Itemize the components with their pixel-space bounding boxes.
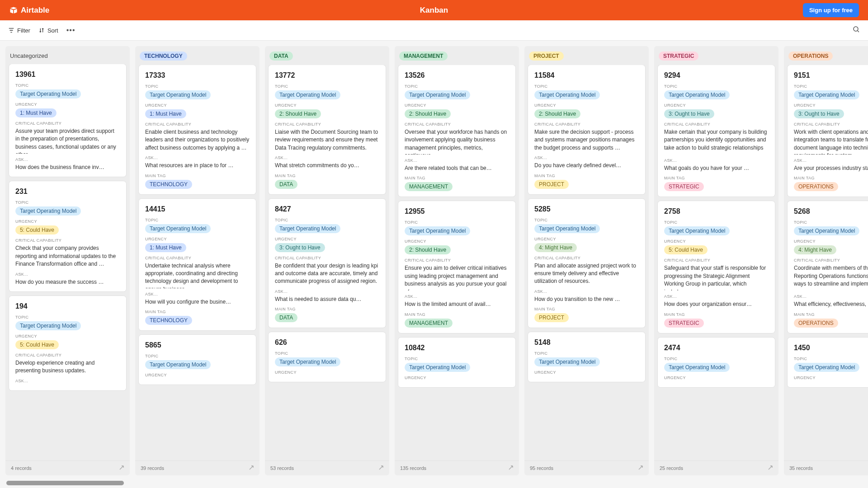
field-label-urgency: URGENCY bbox=[664, 375, 769, 380]
field-label-topic: TOPIC bbox=[405, 84, 509, 89]
topic-pill: Target Operating Model bbox=[275, 357, 340, 366]
sort-button[interactable]: Sort bbox=[38, 27, 58, 34]
critical-text: Be confident that your design is leading… bbox=[275, 262, 379, 286]
field-label-critical: CRITICAL CAPABILITY bbox=[664, 122, 769, 127]
search-button[interactable] bbox=[853, 26, 860, 35]
field-label-topic: TOPIC bbox=[275, 218, 379, 222]
topic-pill: Target Operating Model bbox=[15, 321, 81, 330]
expand-icon[interactable] bbox=[378, 465, 384, 471]
record-count: 25 records bbox=[660, 465, 683, 471]
kanban-card[interactable]: 626TOPICTarget Operating ModelURGENCY bbox=[269, 332, 386, 382]
field-label-topic: TOPIC bbox=[275, 351, 379, 356]
card-list: 13526TOPICTarget Operating ModelURGENCY2… bbox=[395, 65, 519, 460]
kanban-card[interactable]: 13526TOPICTarget Operating ModelURGENCY2… bbox=[398, 65, 515, 197]
kanban-card[interactable]: 5268TOPICTarget Operating ModelURGENCY4:… bbox=[788, 201, 868, 333]
urgency-pill: 2: Should Have bbox=[275, 109, 321, 118]
field-label-ask: ASK… bbox=[405, 294, 509, 299]
kanban-card[interactable]: 9151TOPICTarget Operating ModelURGENCY3:… bbox=[788, 65, 868, 197]
field-label-ask: ASK… bbox=[534, 289, 639, 294]
card-id: 13961 bbox=[15, 70, 120, 79]
kanban-card[interactable]: 5148TOPICTarget Operating ModelURGENCY bbox=[528, 332, 645, 382]
topic-pill: Target Operating Model bbox=[534, 357, 600, 366]
column-tag: DATA bbox=[269, 52, 293, 61]
field-label-topic: TOPIC bbox=[664, 220, 769, 225]
urgency-pill: 4: Might Have bbox=[534, 243, 577, 252]
urgency-pill: 5: Could Have bbox=[15, 225, 59, 235]
critical-text: Plan and allocate assigned project work … bbox=[534, 262, 639, 286]
field-label-maintag: MAIN TAG bbox=[534, 174, 639, 178]
field-label-topic: TOPIC bbox=[145, 354, 250, 358]
horizontal-scrollbar[interactable] bbox=[6, 481, 124, 485]
expand-icon[interactable] bbox=[119, 465, 124, 471]
column-header: OPERATIONS bbox=[784, 46, 868, 65]
kanban-card[interactable]: 10842TOPICTarget Operating ModelURGENCY bbox=[398, 338, 515, 387]
card-id: 14415 bbox=[145, 205, 250, 213]
column-footer: 95 records bbox=[524, 460, 649, 475]
field-label-urgency: URGENCY bbox=[405, 239, 509, 244]
urgency-pill: 2: Should Have bbox=[405, 109, 451, 118]
field-label-critical: CRITICAL CAPABILITY bbox=[794, 122, 868, 127]
ask-text: Do you have clearly defined devel… bbox=[534, 162, 639, 169]
kanban-card[interactable]: 194TOPICTarget Operating ModelURGENCY5: … bbox=[9, 296, 126, 390]
main-tag-pill: OPERATIONS bbox=[794, 182, 838, 191]
expand-icon[interactable] bbox=[508, 465, 514, 471]
record-count: 35 records bbox=[789, 465, 813, 471]
kanban-card[interactable]: 12955TOPICTarget Operating ModelURGENCY2… bbox=[398, 201, 515, 333]
urgency-pill: 2: Should Have bbox=[534, 109, 580, 118]
column-header: STRATEGIC bbox=[654, 46, 778, 65]
card-id: 17333 bbox=[145, 71, 250, 80]
field-label-critical: CRITICAL CAPABILITY bbox=[275, 256, 379, 260]
expand-icon[interactable] bbox=[249, 465, 254, 471]
kanban-card[interactable]: 13772TOPICTarget Operating ModelURGENCY2… bbox=[269, 65, 386, 194]
ask-text: How do you measure the success … bbox=[15, 278, 120, 286]
more-menu-button[interactable]: ••• bbox=[66, 26, 75, 34]
expand-icon[interactable] bbox=[768, 465, 773, 471]
kanban-card[interactable]: 13961TOPICTarget Operating ModelURGENCY1… bbox=[9, 64, 126, 177]
kanban-card[interactable]: 2474TOPICTarget Operating ModelURGENCY bbox=[658, 338, 775, 387]
column-header: TECHNOLOGY bbox=[135, 46, 259, 65]
column-footer: 135 records bbox=[395, 460, 519, 475]
topic-pill: Target Operating Model bbox=[145, 224, 211, 233]
ask-text: How will you configure the busine… bbox=[145, 298, 250, 306]
kanban-card[interactable]: 9294TOPICTarget Operating ModelURGENCY3:… bbox=[658, 65, 775, 197]
column-footer: 39 records bbox=[135, 460, 259, 475]
column-header: MANAGEMENT bbox=[395, 46, 519, 65]
field-label-topic: TOPIC bbox=[534, 218, 639, 222]
field-label-urgency: URGENCY bbox=[534, 103, 639, 108]
urgency-pill: 1: Must Have bbox=[145, 243, 186, 252]
kanban-card[interactable]: 2758TOPICTarget Operating ModelURGENCY5:… bbox=[658, 201, 775, 333]
logo: Airtable bbox=[9, 6, 49, 15]
field-label-maintag: MAIN TAG bbox=[534, 307, 639, 311]
ask-text: What stretch commitments do yo… bbox=[275, 162, 379, 169]
field-label-maintag: MAIN TAG bbox=[275, 307, 379, 311]
filter-button[interactable]: Filter bbox=[8, 27, 30, 34]
field-label-topic: TOPIC bbox=[534, 84, 639, 89]
column-footer: 35 records bbox=[784, 460, 868, 475]
kanban-card[interactable]: 17333TOPICTarget Operating ModelURGENCY1… bbox=[139, 65, 256, 194]
column-header: PROJECT bbox=[524, 46, 649, 65]
field-label-critical: CRITICAL CAPABILITY bbox=[534, 256, 639, 260]
kanban-card[interactable]: 5285TOPICTarget Operating ModelURGENCY4:… bbox=[528, 199, 645, 328]
kanban-card[interactable]: 1450TOPICTarget Operating ModelURGENCY bbox=[788, 338, 868, 387]
kanban-card[interactable]: 11584TOPICTarget Operating ModelURGENCY2… bbox=[528, 65, 645, 194]
field-label-topic: TOPIC bbox=[794, 84, 868, 89]
field-label-topic: TOPIC bbox=[534, 351, 639, 356]
expand-icon[interactable] bbox=[638, 465, 643, 471]
kanban-board[interactable]: Uncategorized13961TOPICTarget Operating … bbox=[0, 41, 868, 488]
topic-pill: Target Operating Model bbox=[534, 90, 600, 99]
topic-pill: Target Operating Model bbox=[405, 90, 470, 99]
signup-button[interactable]: Sign up for free bbox=[803, 3, 859, 17]
field-label-critical: CRITICAL CAPABILITY bbox=[15, 238, 120, 243]
topic-pill: Target Operating Model bbox=[534, 224, 600, 233]
main-tag-pill: DATA bbox=[275, 313, 297, 322]
kanban-card[interactable]: 8427TOPICTarget Operating ModelURGENCY3:… bbox=[269, 199, 386, 328]
kanban-card[interactable]: 5865TOPICTarget Operating ModelURGENCY bbox=[139, 335, 256, 385]
ask-text: How do you transition to the new … bbox=[534, 296, 639, 303]
kanban-card[interactable]: 231TOPICTarget Operating ModelURGENCY5: … bbox=[9, 181, 126, 291]
field-label-critical: CRITICAL CAPABILITY bbox=[145, 256, 250, 260]
sort-icon bbox=[38, 27, 45, 33]
kanban-card[interactable]: 14415TOPICTarget Operating ModelURGENCY1… bbox=[139, 199, 256, 330]
ask-text: How does your organization ensur… bbox=[664, 300, 769, 308]
field-label-ask: ASK… bbox=[794, 294, 868, 299]
critical-text: Work with client operations and client i… bbox=[794, 128, 868, 155]
